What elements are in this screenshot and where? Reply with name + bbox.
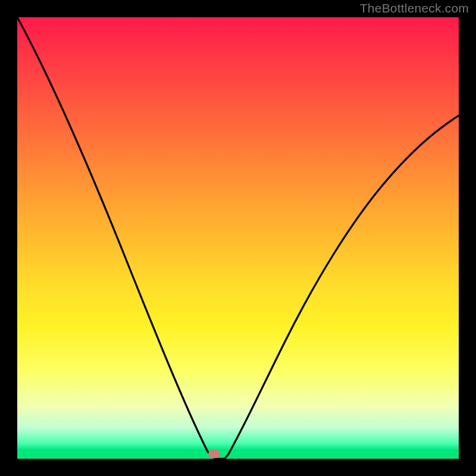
watermark-text: TheBottleneck.com [360, 1, 469, 15]
bottleneck-curve [17, 17, 459, 459]
plot-area [17, 17, 459, 459]
minimum-marker [208, 450, 220, 458]
chart-frame: TheBottleneck.com [0, 0, 476, 476]
curve-path [17, 17, 459, 459]
